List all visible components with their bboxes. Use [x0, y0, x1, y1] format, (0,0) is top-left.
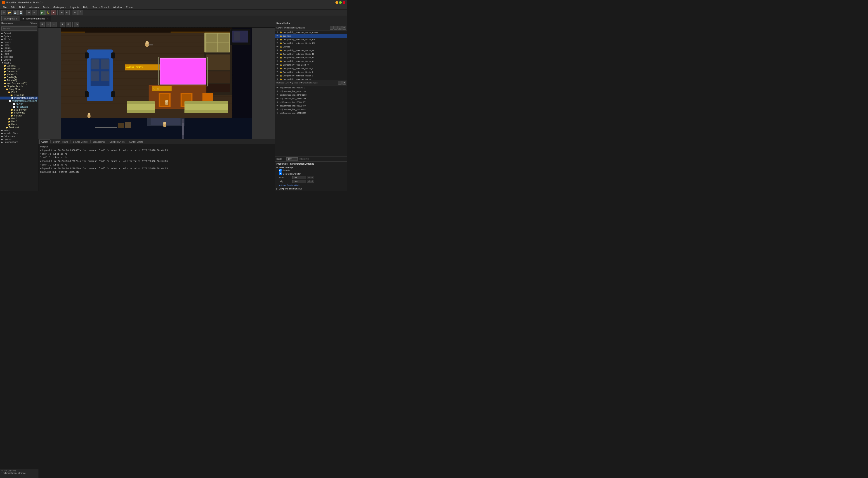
menu-room[interactable]: Room [124, 5, 134, 9]
tab-search-results[interactable]: Search Results [51, 140, 70, 144]
views-toggle[interactable]: Views [31, 22, 37, 25]
workspace-tab[interactable]: Workspace 1 [1, 16, 20, 21]
canvas-zoom-out[interactable]: − [52, 22, 57, 27]
menu-source-control[interactable]: Source Control [91, 5, 111, 9]
layer-item-5[interactable]: 👁 🔒 Compatibility_Instances_Depth_99 [275, 49, 347, 52]
layer-item-4[interactable]: 👁 🔒 Corners [275, 45, 347, 49]
tree-item-part-2[interactable]: 📁 Part 2 [0, 117, 38, 120]
maximize-button[interactable] [339, 1, 342, 4]
tree-item-playable-levels[interactable]: 📂 Playable Levels [0, 85, 38, 88]
menu-tools[interactable]: Tools [41, 5, 51, 9]
depth-inherit-btn[interactable]: Inherit ✕ [299, 158, 309, 160]
tree-item-recorded[interactable]: 📁 3 Recorded [0, 111, 38, 114]
menu-edit[interactable]: Edit [9, 5, 17, 9]
prop-row-2[interactable]: 👁 objDarkness_inst_22FCG203 [275, 93, 347, 97]
prop-row-3[interactable]: 👁 objDarkness_inst_26E64498 [275, 97, 347, 100]
layer-up-btn[interactable]: ▲ [338, 26, 342, 30]
new-button[interactable]: ➕ [1, 10, 6, 15]
tree-item-timelines[interactable]: ▶ Timelines [0, 55, 38, 58]
tree-item-mTrainstationDownstairs[interactable]: 📄 mTrainstationDownstairs [0, 99, 38, 102]
persistent-checkbox[interactable] [279, 169, 282, 172]
prop-row-7[interactable]: 👁 objDarkness_inst_4E9E8858 [275, 111, 347, 115]
tree-item-part-1[interactable]: 📂 Part 1 [0, 91, 38, 94]
layer-item-0[interactable]: 👁 🔒 Compatibility_Instances_Depth_10000 [275, 31, 347, 34]
room-tab-active[interactable]: mTrainstationEntrance ✕ [20, 16, 51, 21]
menu-layouts[interactable]: Layouts [68, 5, 81, 9]
creation-code-row[interactable]: Instance Creation Code [279, 184, 346, 187]
tree-item-extensions[interactable]: ▶ Extensions [0, 135, 38, 138]
depth-input[interactable] [286, 157, 298, 160]
tree-item-credits-4[interactable]: 📁 Credits(4) [0, 76, 38, 79]
prop-row-0[interactable]: 👁 objDarkness_inst_9B11CF2 [275, 86, 347, 90]
tree-item-deathmatch[interactable]: 📁 Deathmatch [0, 126, 38, 129]
tree-item-niklais-12[interactable]: 📁 Niklais(12) [0, 73, 38, 76]
save-all-button[interactable]: 💾 [18, 10, 23, 15]
search-input[interactable] [1, 26, 37, 31]
menu-marketplace[interactable]: Marketplace [51, 5, 68, 9]
tree-item-objects[interactable]: ▶ Objects [0, 58, 38, 61]
layer-item-1[interactable]: 👁 🔒 Darkness [275, 34, 347, 38]
open-button[interactable]: 📂 [7, 10, 12, 15]
tree-item-story-mode[interactable]: 📂 Story Mode [0, 88, 38, 91]
build-button[interactable]: ⚒ [59, 10, 64, 15]
tree-item-configurations[interactable]: ▶ Configurations [0, 141, 38, 144]
canvas-view-all[interactable]: ⊞ [40, 22, 45, 27]
layer-item-10[interactable]: 👁 🔒 Compatibility_Instances_Depth_8 [275, 67, 347, 70]
help-toolbar-button[interactable]: ? [78, 10, 83, 15]
canvas-container[interactable]: NORMAL DEPTH F. IH [38, 28, 275, 139]
tab-output[interactable]: Output [39, 140, 50, 144]
layer-item-6[interactable]: 👁 🔒 Compatibility_Instances_Depth_12 [275, 52, 347, 56]
viewports-toggle[interactable]: ▶ Viewports and Cameras [276, 187, 346, 190]
prop-row-6[interactable]: 👁 objDarkness_inst_E3C84863 [275, 108, 347, 111]
del-instance-btn[interactable]: ✕ [342, 81, 346, 85]
tree-item-options[interactable]: ▶ Options [0, 138, 38, 141]
tree-item-intro-sequences-31[interactable]: 📁 Intro Sequences(31) [0, 82, 38, 85]
tree-item-logics-1[interactable]: 📁 Logics(1) [0, 64, 38, 67]
menu-build[interactable]: Build [18, 5, 26, 9]
run-button[interactable]: ▶ [40, 10, 45, 15]
tree-item-paths[interactable]: ▶ Paths [0, 43, 38, 47]
tree-item-sounds[interactable]: ▶ Sounds [0, 41, 38, 43]
menu-help[interactable]: Help [81, 5, 90, 9]
tree-item-rmFestWalls[interactable]: 📄 rmFestWalls [0, 106, 38, 108]
menu-window[interactable]: Window [111, 5, 124, 9]
width-input[interactable] [292, 176, 306, 179]
height-inherit-btn[interactable]: Inherit [307, 180, 314, 183]
prop-row-5[interactable]: 👁 objDarkness_inst_88825450 [275, 104, 347, 108]
minimize-button[interactable] [336, 1, 338, 4]
height-input[interactable] [292, 180, 306, 183]
tree-item-scripts[interactable]: ▶ Scripts [0, 47, 38, 50]
undo-button[interactable]: ↩ [26, 10, 31, 15]
layer-down-btn[interactable]: ▼ [342, 26, 346, 30]
delete-layer-btn[interactable]: − [334, 26, 338, 30]
add-instance-btn[interactable]: + [338, 81, 342, 85]
add-layer-btn[interactable]: + [330, 26, 334, 30]
layer-item-11[interactable]: 👁 🔒 Compatibility_Instances_Depth_7 [275, 70, 347, 74]
width-inherit-btn[interactable]: Inherit [307, 176, 314, 179]
debug-button[interactable]: 🐛 [45, 10, 51, 15]
tree-item-sprites[interactable]: ▶ Sprites [0, 35, 38, 38]
tree-item-overture[interactable]: 📂 1 Overture [0, 94, 38, 96]
tree-item-shaders[interactable]: ▶ Shaders [0, 50, 38, 53]
tree-item-slither[interactable]: 📁 3 Slither [0, 114, 38, 117]
save-button[interactable]: 💾 [13, 10, 18, 15]
tree-item-dreams-3[interactable]: 📁 Dreams(3) [0, 70, 38, 73]
tree-item-mTrainstationEntrance[interactable]: 📄 mTrainstationEntrance [0, 96, 38, 99]
tree-item-interface-11[interactable]: 📁 Interface(11) [0, 67, 38, 70]
tree-item-default[interactable]: ▶ Default [0, 32, 38, 35]
layer-item-12[interactable]: 👁 🔒 Compatibility_Instances_Depth_6 [275, 74, 347, 78]
tab-source-control[interactable]: Source Control [71, 140, 90, 144]
layer-item-2[interactable]: 👁 🔒 Compatibility_Instances_Depth_105 [275, 38, 347, 41]
preferences-button[interactable]: ⚙ [72, 10, 78, 15]
canvas-zoom-in[interactable]: + [46, 22, 51, 27]
tree-item-rmAlley[interactable]: 📄 rmAlley [0, 102, 38, 106]
layer-item-9[interactable]: 👁 🔒 Compatibility_Tiles_Depth_9 [275, 63, 347, 67]
menu-windows[interactable]: Windows [27, 5, 41, 9]
layer-item-3[interactable]: 👁 🔒 Compatibility_Instances_Depth_100 [275, 41, 347, 45]
tree-item-tile-sets[interactable]: ▶ Tile Sets [0, 38, 38, 41]
tree-item-part-3[interactable]: 📁 Part 3 [0, 120, 38, 123]
prop-row-1[interactable]: 👁 objDarkness_inst_06623728 [275, 90, 347, 93]
layer-item-8[interactable]: 👁 🔒 Compatibility_Instances_Depth_10 [275, 59, 347, 63]
tree-item-fonts[interactable]: ▶ Fonts [0, 53, 38, 55]
redo-button[interactable]: ↪ [32, 10, 37, 15]
